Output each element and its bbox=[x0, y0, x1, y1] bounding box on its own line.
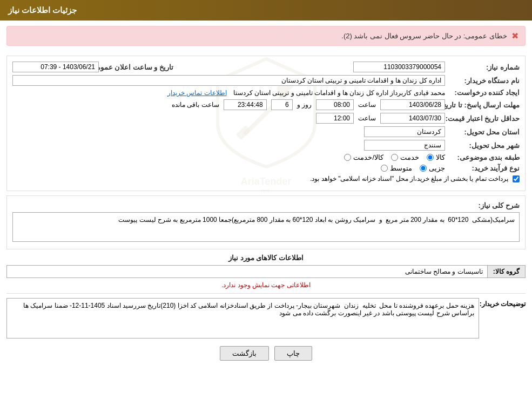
deadline-label: مهلت ارسال پاسخ: تا تاریخ: bbox=[449, 101, 520, 109]
row-payment: پرداخت تمام یا بخشی از مبلغ خرید،از محل … bbox=[12, 175, 520, 182]
process-medium[interactable]: متوسط bbox=[381, 164, 412, 172]
row-buyer-org: نام دستگاه خریدار: bbox=[12, 75, 520, 86]
buyer-org-input[interactable] bbox=[12, 75, 445, 86]
city-label: شهر محل تحویل: bbox=[449, 141, 520, 150]
payment-label: پرداخت تمام یا بخشی از مبلغ خرید،از محل … bbox=[310, 175, 508, 182]
deadline-date-input[interactable] bbox=[380, 99, 445, 110]
page-title: جزئیات اطلاعات نیاز bbox=[8, 5, 77, 15]
row-description: شرح کلی نیاز: bbox=[12, 201, 520, 209]
buyer-org-label: نام دستگاه خریدار: bbox=[449, 77, 520, 85]
error-bar: ✖ خطای عمومی: در حال حاضر سروس فعال نمی … bbox=[6, 26, 526, 46]
process-medium-label: متوسط bbox=[390, 164, 412, 172]
remaining-hours-label: ساعت باقی مانده bbox=[172, 101, 219, 109]
row-city: شهر محل تحویل: bbox=[12, 140, 520, 151]
goods-group-value: تاسیسات و مصالح ساختمانی bbox=[7, 266, 487, 277]
row-validity: حداقل تاریخ اعتبار قیمت: تا تاریخ: ساعت bbox=[12, 113, 520, 124]
process-radio-group: جزیی متوسط bbox=[381, 164, 445, 172]
validity-time-label: ساعت bbox=[358, 114, 376, 122]
category-label: طبقه بندی موضوعی: bbox=[449, 153, 520, 161]
goods-note: اطلاعاتی جهت نمایش وجود ندارد. bbox=[6, 281, 526, 289]
page-header: جزئیات اطلاعات نیاز bbox=[0, 0, 532, 21]
buyer-desc-textarea[interactable]: هزینه حمل برعهده فروشنده تا محل تخلیه زن… bbox=[6, 298, 479, 338]
row-deadline: مهلت ارسال پاسخ: تا تاریخ: ساعت روز و سا… bbox=[12, 99, 520, 110]
process-label: نوع فرآیند خرید: bbox=[449, 164, 520, 172]
back-button[interactable]: بازگشت bbox=[220, 346, 269, 361]
need-number-input[interactable] bbox=[353, 62, 445, 72]
deadline-time-input[interactable] bbox=[316, 99, 354, 110]
main-content: AriaTender .net شماره نیاز: تاریخ و ساعت… bbox=[0, 51, 532, 370]
creator-value: محمد قیادی کاربرداز اداره کل زندان ها و … bbox=[233, 89, 445, 97]
form-content: شماره نیاز: تاریخ و ساعت اعلان عمومی: نا… bbox=[12, 62, 520, 182]
process-partial-label: جزیی bbox=[429, 164, 445, 172]
row-category: طبقه بندی موضوعی: کالا خدمت کالا/خدمت bbox=[12, 153, 520, 161]
category-service-label: خدمت bbox=[400, 153, 419, 161]
category-goods[interactable]: کالا bbox=[427, 153, 445, 161]
contact-link[interactable]: اطلاعات تماس خریدار bbox=[167, 89, 227, 97]
validity-time-input[interactable] bbox=[316, 113, 354, 124]
payment-checkbox[interactable] bbox=[513, 175, 520, 182]
description-label: شرح کلی نیاز: bbox=[449, 201, 520, 209]
date-label: تاریخ و ساعت اعلان عمومی: bbox=[103, 63, 173, 71]
row-process: نوع فرآیند خرید: جزیی متوسط bbox=[12, 164, 520, 172]
divider bbox=[6, 293, 526, 294]
row-need-number: شماره نیاز: تاریخ و ساعت اعلان عمومی: bbox=[12, 62, 520, 72]
description-textarea[interactable]: سرامیک(مشکی 120*60 به مقدار 200 متر مربع… bbox=[12, 212, 520, 242]
btn-row: چاپ بازگشت bbox=[6, 346, 526, 361]
row-creator: ایجاد کننده درخواست: محمد قیادی کاربرداز… bbox=[12, 89, 520, 97]
form-section: AriaTender .net شماره نیاز: تاریخ و ساعت… bbox=[6, 56, 526, 191]
remaining-days-input[interactable] bbox=[271, 99, 293, 110]
row-province: استان محل تحویل: bbox=[12, 126, 520, 137]
city-input[interactable] bbox=[364, 140, 445, 151]
process-partial[interactable]: جزیی bbox=[420, 164, 445, 172]
category-service[interactable]: خدمت bbox=[391, 153, 419, 161]
category-goods-label: کالا bbox=[436, 153, 445, 161]
buyer-desc-wrapper: توضیحات خریدار: هزینه حمل برعهده فروشنده… bbox=[6, 298, 526, 338]
province-label: استان محل تحویل: bbox=[449, 128, 520, 136]
goods-group-row: گروه کالا: تاسیسات و مصالح ساختمانی bbox=[6, 265, 526, 278]
remaining-label: روز و bbox=[297, 101, 312, 109]
date-input[interactable] bbox=[12, 62, 99, 72]
clock-input[interactable] bbox=[224, 99, 267, 110]
validity-label: حداقل تاریخ اعتبار قیمت: تا تاریخ: bbox=[449, 114, 520, 123]
category-goods-service[interactable]: کالا/خدمت bbox=[344, 153, 383, 161]
creator-label: ایجاد کننده درخواست: bbox=[449, 89, 520, 97]
description-section: شرح کلی نیاز: سرامیک(مشکی 120*60 به مقدا… bbox=[6, 195, 526, 249]
buyer-desc-label: توضیحات خریدار: bbox=[482, 298, 526, 308]
print-button[interactable]: چاپ bbox=[274, 346, 312, 361]
page-wrapper: جزئیات اطلاعات نیاز ✖ خطای عمومی: در حال… bbox=[0, 0, 532, 413]
need-number-label: شماره نیاز: bbox=[449, 63, 520, 71]
time-label: ساعت bbox=[358, 101, 376, 109]
validity-date-input[interactable] bbox=[380, 113, 445, 124]
province-input[interactable] bbox=[364, 126, 445, 137]
goods-section-title: اطلاعات کالاهای مورد نیاز bbox=[6, 254, 526, 262]
category-radio-group: کالا خدمت کالا/خدمت bbox=[344, 153, 445, 161]
error-icon: ✖ bbox=[511, 31, 518, 41]
goods-group-label: گروه کالا: bbox=[487, 266, 525, 277]
error-message: خطای عمومی: در حال حاضر سروس فعال نمی با… bbox=[341, 32, 507, 40]
category-goods-service-label: کالا/خدمت bbox=[353, 153, 383, 161]
